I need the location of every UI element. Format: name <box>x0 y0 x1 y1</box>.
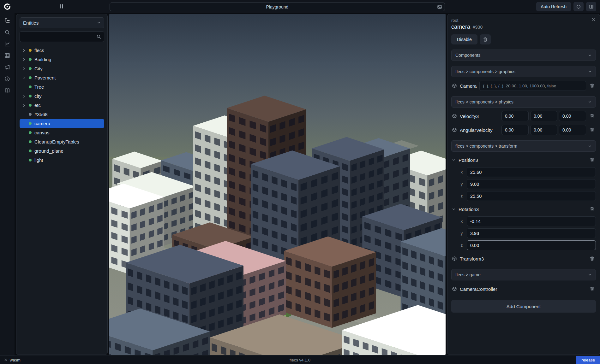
rail-info-icon[interactable] <box>4 76 10 82</box>
rotation3-group-header[interactable]: Rotation3 <box>451 204 596 214</box>
position-y-field[interactable]: 9.00 <box>467 179 596 189</box>
rail-search-icon[interactable] <box>4 29 10 35</box>
icon-rail <box>0 13 15 355</box>
delete-camera-controller-component-button[interactable] <box>589 286 595 291</box>
entity-dot <box>29 76 32 79</box>
chevron-right-icon[interactable] <box>22 76 26 80</box>
rail-commands-megaphone-icon[interactable] <box>4 64 10 70</box>
rail-docs-book-icon[interactable] <box>4 88 10 93</box>
chevron-spacer <box>22 158 26 162</box>
tree-item-city-cap[interactable]: City <box>20 64 104 73</box>
chevron-right-icon[interactable] <box>22 67 26 71</box>
chevron-right-icon[interactable] <box>22 49 26 52</box>
tree-item-light[interactable]: light <box>20 156 104 165</box>
tree-item-label: #3568 <box>34 112 48 117</box>
delete-velocity3-component-button[interactable] <box>589 114 595 119</box>
component-name-angular-velocity[interactable]: AngularVelocity <box>460 127 492 133</box>
inspector-panel: root camera #930 Disable Components flec… <box>447 14 600 355</box>
chevron-right-icon[interactable] <box>22 94 26 98</box>
angular-velocity-x-field[interactable]: 0.00 <box>501 125 529 135</box>
delete-camera-component-button[interactable] <box>589 83 595 88</box>
section-transform-title: flecs > components > transform <box>455 144 517 149</box>
tree-item-3568[interactable]: #3568 <box>20 110 104 119</box>
entity-dot <box>29 131 32 134</box>
position-x-field[interactable]: 25.60 <box>467 167 596 177</box>
delete-transform3-component-button[interactable] <box>589 256 595 261</box>
entity-search <box>20 31 104 42</box>
record-circle-button[interactable] <box>573 2 584 11</box>
rail-stats-chart-icon[interactable] <box>4 41 10 47</box>
position-z-row: z 25.50 <box>460 191 596 201</box>
velocity-y-field[interactable]: 0.00 <box>530 111 557 121</box>
component-row-camera: Camera {..}, {..}, {..}, 20.00, 1.00, 10… <box>451 80 596 91</box>
entities-selector[interactable]: Entities <box>20 17 104 28</box>
chevron-down-icon <box>588 100 592 104</box>
component-name-rotation3: Rotation3 <box>459 207 479 212</box>
section-physics-header[interactable]: flecs > components > physics <box>451 96 596 108</box>
tree-item-building[interactable]: Building <box>20 55 104 64</box>
tree-item-tree[interactable]: Tree <box>20 82 104 91</box>
rail-entities-tree-icon[interactable] <box>4 18 10 23</box>
position-x-row: x 25.60 <box>460 167 596 177</box>
component-name-transform3[interactable]: Transform3 <box>460 256 484 261</box>
component-name-camera[interactable]: Camera <box>460 83 477 89</box>
disable-button[interactable]: Disable <box>451 34 477 44</box>
section-graphics-header[interactable]: flecs > components > graphics <box>451 66 596 77</box>
entities-panel: Entities flecs Building City Pavement Tr… <box>16 14 108 355</box>
screenshot-icon[interactable] <box>437 4 442 9</box>
tree-item-label: Tree <box>34 84 44 90</box>
components-header[interactable]: Components <box>451 50 596 61</box>
delete-rotation3-component-button[interactable] <box>589 207 595 212</box>
add-component-button[interactable]: Add Component <box>451 300 596 313</box>
delete-position3-component-button[interactable] <box>589 157 595 162</box>
chevron-right-icon[interactable] <box>22 103 26 107</box>
rotation-y-field[interactable]: 3.93 <box>467 228 596 238</box>
entity-dot <box>29 85 32 88</box>
velocity-z-field[interactable]: 0.00 <box>559 111 586 121</box>
component-cube-icon <box>452 83 457 88</box>
delete-angular-velocity-component-button[interactable] <box>589 127 595 132</box>
version-label: flecs v4.1.0 <box>290 358 310 362</box>
auto-refresh-button[interactable]: Auto Refresh <box>536 2 571 11</box>
tree-item-label: city <box>34 93 42 99</box>
topbar: Playground Auto Refresh <box>0 0 600 13</box>
angular-velocity-z-field[interactable]: 0.00 <box>559 125 586 135</box>
component-name-camera-controller[interactable]: CameraController <box>460 286 497 292</box>
angular-velocity-y-field[interactable]: 0.00 <box>530 125 557 135</box>
tree-item-ground-plane[interactable]: ground_plane <box>20 146 104 156</box>
velocity-x-field[interactable]: 0.00 <box>501 111 529 121</box>
flecs-logo-icon[interactable] <box>4 3 11 10</box>
component-row-angular-velocity: AngularVelocity 0.00 0.00 0.00 <box>451 125 596 135</box>
camera-value-field[interactable]: {..}, {..}, {..}, 20.00, 1.00, 1000.00, … <box>479 81 586 91</box>
tree-item-canvas[interactable]: canvas <box>20 128 104 137</box>
tree-item-cleanup-empty-tables[interactable]: CleanupEmptyTables <box>20 137 104 146</box>
main-area: Entities flecs Building City Pavement Tr… <box>0 13 600 355</box>
chevron-spacer <box>22 140 26 144</box>
tree-item-label: flecs <box>34 48 44 53</box>
tree-item-pavement[interactable]: Pavement <box>20 73 104 82</box>
component-name-velocity3[interactable]: Velocity3 <box>460 114 479 119</box>
rotation-z-field[interactable]: 0.00 <box>467 240 596 250</box>
delete-entity-button[interactable] <box>480 34 491 44</box>
pause-icon[interactable] <box>59 3 64 9</box>
section-transform-header[interactable]: flecs > components > transform <box>451 140 596 152</box>
panel-toggle-button[interactable] <box>586 2 596 11</box>
position-z-field[interactable]: 25.50 <box>467 191 596 201</box>
chevron-right-icon[interactable] <box>22 58 26 62</box>
position3-group-header[interactable]: Position3 <box>451 155 596 165</box>
city-scene-canvas[interactable] <box>109 14 446 355</box>
close-icon[interactable] <box>591 17 596 22</box>
statusbar: wasm flecs v4.1.0 release <box>0 355 600 364</box>
tree-item-city[interactable]: city <box>20 91 104 101</box>
tree-item-etc[interactable]: etc <box>20 101 104 110</box>
rotation-x-field[interactable]: -0.14 <box>467 216 596 226</box>
tree-item-flecs[interactable]: flecs <box>20 46 104 55</box>
entity-search-input[interactable] <box>20 31 104 42</box>
search-icon <box>96 34 101 39</box>
rotation-x-row: x -0.14 <box>460 216 596 226</box>
rail-tables-grid-icon[interactable] <box>4 53 10 58</box>
tree-item-camera[interactable]: camera <box>20 119 104 128</box>
scene-viewport[interactable] <box>109 14 446 355</box>
component-row-camera-controller: CameraController <box>451 284 596 294</box>
section-game-header[interactable]: flecs > game <box>451 269 596 280</box>
